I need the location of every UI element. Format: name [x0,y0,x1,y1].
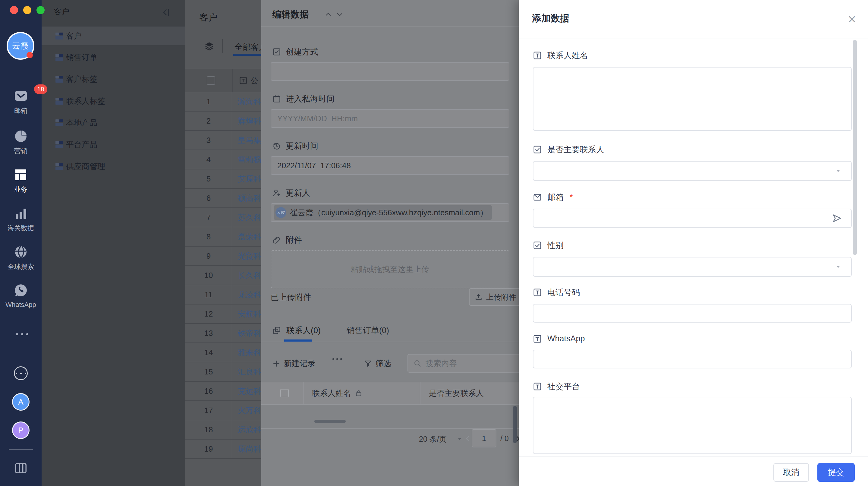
submit-button[interactable]: 提交 [817,463,855,482]
vertical-scrollbar[interactable] [513,406,517,443]
sidebar-item-business[interactable]: 业务 [0,168,41,194]
company-link[interactable]: 磊荣科 [232,227,261,246]
private-sea-time-input[interactable]: YYYY/MM/DD HH:mm [271,109,509,128]
sidebar-item-customs-data[interactable]: 海关数据 [0,206,41,233]
tab-contacts[interactable]: 联系人(0) [286,325,321,336]
table-row[interactable]: 14雅来科 [185,343,261,362]
company-link[interactable]: 龙凌科 [232,285,261,304]
gender-select[interactable] [533,257,852,277]
layers-icon[interactable] [204,41,214,51]
drawer-title: 编辑数据 [273,8,309,21]
next-record-icon[interactable] [336,11,343,18]
table-row[interactable]: 13铁帝科 [185,324,261,343]
new-record-button[interactable]: 新建记录 [273,358,315,369]
company-link[interactable]: 克远科 [232,382,261,401]
company-link[interactable]: 原尚科 [232,439,261,459]
prev-page-icon[interactable] [464,435,472,443]
minimize-window-button[interactable] [23,6,31,14]
nav-item-customer-tags[interactable]: 客户标签 [41,70,185,88]
whatsapp-input[interactable] [533,350,852,368]
company-link[interactable]: 铁帝科 [232,324,261,343]
table-row[interactable]: 9光贸科 [185,247,261,266]
table-row[interactable]: 6硕高科 [185,189,261,208]
tab-sales-orders[interactable]: 销售订单(0) [347,325,389,336]
table-row[interactable]: 19原尚科 [185,439,261,459]
more-actions-button[interactable] [333,358,342,360]
filter-button[interactable]: 筛选 [364,358,391,369]
company-link[interactable]: 辉煌科 [232,111,261,130]
table-row[interactable]: 18运欣科 [185,420,261,439]
sidebar-item-label: 邮箱 [14,106,27,115]
sidebar-more-button[interactable] [16,333,28,335]
create-method-input[interactable] [271,62,509,81]
table-row[interactable]: 16克远科 [185,382,261,401]
table-row[interactable]: 8磊荣科 [185,227,261,247]
close-window-button[interactable] [10,6,18,14]
company-link[interactable]: 汇良科 [232,362,261,382]
company-link[interactable]: 长久科 [232,266,261,285]
zoom-window-button[interactable] [36,6,44,14]
table-row[interactable]: 7苏久科 [185,208,261,227]
nav-item-customers[interactable]: 客户 [41,27,185,45]
company-link[interactable]: 艾原科 [232,169,261,188]
sidebar-item-marketing[interactable]: 营销 [0,129,41,156]
collapse-sidebar-icon[interactable] [161,7,171,18]
contact-search-input[interactable]: 搜索内容 [407,354,519,373]
table-row[interactable]: 11龙凌科 [185,285,261,304]
company-link[interactable]: 雪莉杨 [232,150,261,169]
company-link[interactable]: 瀚海科 [232,92,261,111]
primary-contact-select[interactable] [533,161,852,181]
table-row[interactable]: 3皇马集 [185,131,261,150]
attachment-dropzone[interactable]: 粘贴或拖拽至这里上传 [271,250,509,288]
nav-item-sales-orders[interactable]: 销售订单 [41,48,185,67]
update-time-input[interactable]: 2022/11/07 17:06:48 [271,156,509,175]
table-row[interactable]: 10长久科 [185,266,261,285]
columns-icon[interactable] [14,461,28,475]
page-size-select[interactable]: 20 条/页 [419,434,447,444]
company-link[interactable]: 硕高科 [232,188,261,208]
company-link[interactable]: 火万科 [232,401,261,420]
horizontal-scrollbar[interactable] [314,420,346,423]
upload-attachment-button[interactable]: 上传附件 [469,288,519,306]
updater-chip[interactable]: 云霞 崔云霞（cuiyunxia@qiye-556xww.hzqiye.ntes… [274,205,492,220]
table-row[interactable]: 2辉煌科 [185,112,261,131]
contact-name-textarea[interactable] [533,67,852,131]
nav-item-contact-tags[interactable]: 联系人标签 [41,92,185,110]
table-row[interactable]: 15汇良科 [185,362,261,382]
company-link[interactable]: 皇马集 [232,130,261,150]
window-controls[interactable] [10,6,44,14]
current-page-input[interactable]: 1 [472,429,496,447]
field-label: 是否主要联系人 [547,144,604,155]
table-row[interactable]: 1瀚海科 [185,92,261,112]
account-avatar-p[interactable]: P [12,422,30,439]
close-icon[interactable]: × [848,12,856,26]
phone-input[interactable] [533,304,852,323]
company-link[interactable]: 光贸科 [232,246,261,266]
select-all-checkbox[interactable] [207,76,215,85]
table-row[interactable]: 12安航科 [185,304,261,324]
send-icon[interactable] [832,213,842,223]
nav-item-local-products[interactable]: 本地产品 [41,113,185,132]
prev-record-icon[interactable] [324,11,332,18]
nav-item-supplier-management[interactable]: 供应商管理 [41,157,185,176]
company-link[interactable]: 苏久科 [232,208,261,227]
social-platform-textarea[interactable] [533,397,852,454]
select-all-checkbox[interactable] [280,389,289,397]
cancel-button[interactable]: 取消 [773,463,809,482]
company-link[interactable]: 安航科 [232,304,261,324]
sidebar-item-global-search[interactable]: 全球搜索 [0,245,41,271]
nav-item-platform-products[interactable]: 平台产品 [41,135,185,154]
vertical-scrollbar[interactable] [853,40,857,255]
sidebar-item-mail[interactable]: 18 邮箱 [0,89,41,115]
company-link[interactable]: 雅来科 [232,343,261,362]
updater-input[interactable]: 云霞 崔云霞（cuiyunxia@qiye-556xww.hzqiye.ntes… [271,203,509,222]
tab-all-customers[interactable]: 全部客户 [235,41,261,53]
table-row[interactable]: 4雪莉杨 [185,150,261,170]
account-more-avatar[interactable] [14,366,28,380]
account-avatar-a[interactable]: A [12,393,30,411]
email-input[interactable] [533,209,852,228]
sidebar-item-whatsapp[interactable]: WhatsApp [0,283,41,309]
table-row[interactable]: 5艾原科 [185,170,261,189]
company-link[interactable]: 运欣科 [232,420,261,439]
table-row[interactable]: 17火万科 [185,401,261,420]
